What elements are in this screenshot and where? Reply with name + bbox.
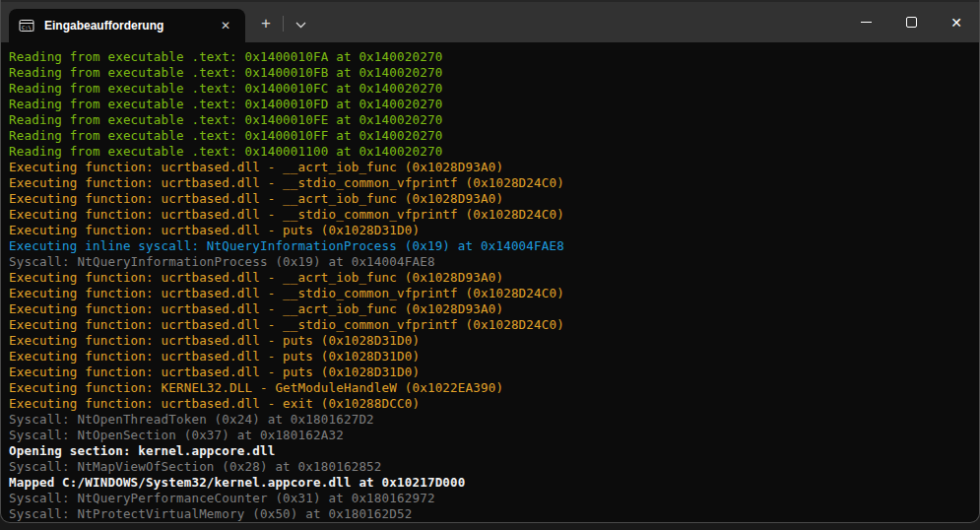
terminal-line: Reading from executable .text: 0x1400010…: [9, 128, 971, 144]
titlebar: C:\_ Eingabeaufforderung ✕ +: [1, 0, 979, 42]
terminal-line: Reading from executable .text: 0x1400011…: [9, 144, 971, 160]
close-icon: ✕: [950, 16, 962, 30]
terminal-line: Executing function: KERNEL32.DLL - GetMo…: [9, 380, 971, 396]
terminal-line: Syscall: NtOpenThreadToken (0x24) at 0x1…: [9, 412, 971, 428]
terminal-line: Executing function: ucrtbased.dll - __ac…: [9, 270, 971, 286]
terminal-line: Executing function: ucrtbased.dll - puts…: [9, 223, 971, 238]
minimize-icon: [861, 22, 872, 23]
maximize-icon: [906, 17, 917, 28]
terminal-line: Mapped C:/WINDOWS/System32/kernel.appcor…: [9, 475, 971, 491]
terminal-line: Executing function: ucrtbased.dll - __ac…: [9, 160, 971, 175]
cmd-icon: C:\_: [19, 18, 34, 33]
maximize-button[interactable]: [888, 2, 934, 42]
terminal-line: Executing function: ucrtbased.dll - __st…: [9, 317, 971, 333]
chevron-down-icon: [295, 15, 306, 33]
terminal-line: Syscall: NtOpenSection (0x37) at 0x18016…: [9, 428, 971, 443]
minimize-button[interactable]: [843, 2, 888, 42]
terminal-line: Reading from executable .text: 0x1400010…: [9, 97, 971, 112]
terminal-line: Syscall: NtProtectVirtualMemory (0x50) a…: [9, 506, 971, 522]
terminal-line: Opening section: kernel.appcore.dll: [9, 443, 971, 459]
tab-eingabeaufforderung[interactable]: C:\_ Eingabeaufforderung ✕: [9, 9, 245, 42]
terminal-line: Executing function: ucrtbased.dll - __ac…: [9, 301, 971, 317]
terminal-line: Executing function: ucrtbased.dll - __ac…: [9, 191, 971, 207]
terminal-line: Reading from executable .text: 0x1400010…: [9, 112, 971, 128]
terminal-line: Executing function: ucrtbased.dll - __st…: [9, 286, 971, 301]
terminal-line: Executing function: ucrtbased.dll - puts…: [9, 364, 971, 380]
terminal-line: Syscall: NtQueryInformationProcess (0x19…: [9, 254, 971, 270]
tab-dropdown-button[interactable]: [286, 9, 315, 38]
terminal-line: Executing function: ucrtbased.dll - exit…: [9, 396, 971, 412]
window-controls: ✕: [843, 2, 979, 42]
terminal-line: Executing inline syscall: NtQueryInforma…: [9, 238, 971, 254]
close-button[interactable]: ✕: [934, 2, 979, 42]
tabbar-divider: [283, 16, 284, 32]
terminal-line: Reading from executable .text: 0x1400010…: [9, 81, 971, 97]
new-tab-button[interactable]: +: [251, 9, 281, 38]
terminal-line: Executing function: ucrtbased.dll - puts…: [9, 349, 971, 364]
terminal-line: Syscall: NtQueryPerformanceCounter (0x31…: [9, 491, 971, 506]
terminal-output[interactable]: Reading from executable .text: 0x1400010…: [1, 42, 979, 523]
tab-close-icon[interactable]: ✕: [216, 17, 235, 34]
terminal-line: Reading from executable .text: 0x1400010…: [9, 65, 971, 81]
terminal-line: Reading from executable .text: 0x1400010…: [9, 49, 971, 65]
svg-text:C:\_: C:\_: [22, 25, 34, 32]
terminal-line: Syscall: NtMapViewOfSection (0x28) at 0x…: [9, 459, 971, 475]
terminal-line: Executing function: ucrtbased.dll - __st…: [9, 207, 971, 223]
terminal-window: C:\_ Eingabeaufforderung ✕ +: [0, 0, 980, 523]
terminal-line: Executing function: ucrtbased.dll - __st…: [9, 175, 971, 191]
tab-title: Eingabeaufforderung: [44, 19, 208, 33]
terminal-line: Executing function: ucrtbased.dll - puts…: [9, 333, 971, 349]
